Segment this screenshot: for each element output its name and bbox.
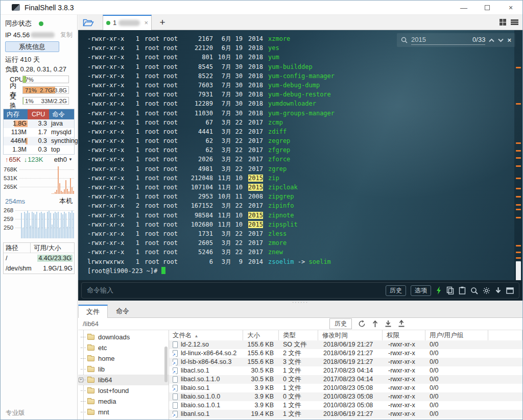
file-size-cell: 30.5 KB <box>243 366 279 375</box>
system-info-button[interactable]: 系统信息 <box>5 41 59 52</box>
paste-icon[interactable] <box>459 286 466 294</box>
chart-bar <box>52 225 53 238</box>
file-row[interactable]: ld-2.12.so155.6 KBSO 文件2018/06/19 21:27-… <box>169 340 522 349</box>
parent-directory-icon[interactable] <box>372 320 378 328</box>
open-connection-button[interactable] <box>78 15 99 30</box>
process-row[interactable]: 446M0.3syncthing <box>4 137 74 145</box>
download-icon[interactable] <box>385 320 392 328</box>
new-tab-button[interactable]: + <box>157 17 168 28</box>
session-tab[interactable]: 1 × <box>103 15 152 30</box>
tree-guide-line <box>81 401 86 402</box>
copy-icon[interactable] <box>446 286 454 294</box>
symlink-target: soelim <box>308 257 330 266</box>
search-next-button[interactable] <box>498 38 504 42</box>
column-header-mtime[interactable]: 修改时间 <box>318 330 383 340</box>
file-size: 1731 <box>181 229 213 238</box>
search-previous-button[interactable] <box>489 38 494 42</box>
process-command: java <box>49 119 74 128</box>
options-button[interactable]: 选项 <box>411 285 431 296</box>
maximize-button[interactable] <box>476 1 499 14</box>
refresh-icon[interactable] <box>358 320 366 328</box>
disk-usage: 1.9G/1.9G <box>30 263 74 274</box>
disk-header-path: 路径 <box>4 243 30 253</box>
file-size: 22120 <box>181 43 213 53</box>
file-row[interactable]: libaio.so.1.0.13.9 KB1 文件2010/08/23 05:0… <box>169 401 522 410</box>
settings-gear-icon[interactable] <box>483 287 490 294</box>
date-month: 3月 <box>213 164 231 174</box>
tree-item-lib[interactable]: lib <box>78 364 169 375</box>
terminal-area[interactable]: -rwxr-xr-x1root root21676月192014xzmore-r… <box>78 30 522 301</box>
file-name-text: ld-linux-x86-64.so.2 <box>181 349 236 358</box>
terminal-line: -rwxr-xr-x1root root110307月302018yum-gro… <box>87 109 509 118</box>
minimize-button[interactable]: — <box>452 1 476 14</box>
column-header-type[interactable]: 类型 <box>279 330 318 340</box>
year-text: 2017 <box>248 137 263 144</box>
process-header-command[interactable]: 命令 <box>49 109 74 119</box>
process-header-memory[interactable]: 内存 <box>4 109 28 119</box>
panel-splitter[interactable]: ······ <box>78 301 522 305</box>
date-month: 11月 <box>213 183 231 192</box>
disk-row[interactable]: /dev/shm1.9G/1.9G <box>4 263 74 274</box>
process-memory: 1.8G <box>4 119 28 128</box>
process-row[interactable]: 1.8G3.3java <box>4 119 74 128</box>
chevron-down-icon[interactable]: ▼ <box>68 157 73 162</box>
tree-item-lib64[interactable]: +lib64 <box>78 375 169 385</box>
history-button[interactable]: 历史 <box>386 285 406 296</box>
upload-icon[interactable] <box>398 320 405 328</box>
tree-item-etc[interactable]: etc <box>78 342 169 353</box>
tab-close-icon[interactable]: × <box>144 19 148 27</box>
disk-row[interactable]: /4.4G/23.3G <box>4 253 74 263</box>
file-row[interactable]: libaio.so.13.9 KB1 文件2010/08/23 05:08-rw… <box>169 384 522 392</box>
file-row[interactable]: libanl.so.119.4 KB1 文件2018/06/19 21:27-r… <box>169 410 522 418</box>
search-match-mark <box>516 103 521 105</box>
date-year: 2014 <box>243 34 263 43</box>
date-year: 2014 <box>243 257 263 266</box>
speed-boost-icon[interactable] <box>436 286 442 294</box>
search-match-mark <box>516 196 521 197</box>
file-row[interactable]: libacl.so.130.5 KB1 文件2017/08/23 04:14-r… <box>169 366 522 375</box>
file-row[interactable]: libaio.so.1.0.03.9 KB0 文件2010/08/23 05:0… <box>169 392 522 401</box>
tab-files[interactable]: 文件 <box>78 305 108 318</box>
hard-link-count: 1 <box>126 90 139 99</box>
tree-item-lost-found[interactable]: lost+found <box>78 385 169 396</box>
process-row[interactable]: 1.3M0.3top <box>4 145 74 154</box>
current-path-input[interactable]: /lib64 <box>78 320 99 328</box>
file-row[interactable]: ld-lsb-x86-64.so.3155.6 KB3 文件2018/06/19… <box>169 358 522 366</box>
search-input[interactable]: 2015 0/33 <box>411 36 485 45</box>
path-history-button[interactable]: 历史 <box>329 318 352 329</box>
grid-view-icon[interactable] <box>500 19 506 26</box>
file-row[interactable]: libacl.so.1.1.030.5 KB0 文件2017/08/23 04:… <box>169 375 522 384</box>
close-button[interactable]: × <box>499 1 522 14</box>
process-command: syncthing <box>49 137 78 145</box>
window-panel-icon[interactable] <box>506 287 514 294</box>
interface-select[interactable]: eth0 <box>54 156 67 163</box>
column-header-user[interactable]: 用户/用户组 <box>425 330 488 340</box>
tree-item-home[interactable]: home <box>78 353 169 364</box>
tab-commands[interactable]: 命令 <box>108 305 137 318</box>
file-name-text: libaio.so.1 <box>181 384 209 392</box>
column-header-filename[interactable]: 文件名▲ <box>169 330 243 340</box>
tree-scrollbar[interactable] <box>164 347 168 382</box>
copy-ip-link[interactable]: 复制 <box>60 31 73 39</box>
process-row[interactable]: 113M1.7mysqld <box>4 128 74 137</box>
file-row[interactable]: ld-linux-x86-64.so.2155.6 KB2 文件2018/06/… <box>169 349 522 358</box>
file-size-cell: 3.9 KB <box>243 401 279 410</box>
process-header-cpu[interactable]: CPU <box>28 109 49 119</box>
command-input-bar[interactable]: 命令输入 历史 选项 <box>81 282 519 299</box>
tree-item-downloads[interactable]: downloads <box>78 332 169 342</box>
terminal-scrollbar[interactable] <box>514 30 522 301</box>
search-icon[interactable] <box>470 287 478 294</box>
column-header-perms[interactable]: 权限 <box>383 330 425 340</box>
directory-tree: downloadsetchomelib+lib64lost+foundmedia… <box>78 330 169 419</box>
list-view-icon[interactable] <box>511 19 518 25</box>
tree-item-media[interactable]: media <box>78 396 169 407</box>
expand-icon[interactable]: + <box>79 378 83 382</box>
download-arrow-icon[interactable] <box>495 287 502 294</box>
tree-item-mnt[interactable]: mnt <box>78 407 169 417</box>
terminal-line: -rwxr-xr-x1root root85227月302018yum-conf… <box>87 71 509 81</box>
date-month: 3月 <box>213 248 231 257</box>
column-header-size[interactable]: 大小 <box>243 330 279 340</box>
terminal-line: -rwxr-xr-x1root root122897月302018yumdown… <box>87 99 509 108</box>
file-permissions: -rwxr-xr-x <box>87 136 126 145</box>
search-close-button[interactable]: × <box>507 36 511 44</box>
